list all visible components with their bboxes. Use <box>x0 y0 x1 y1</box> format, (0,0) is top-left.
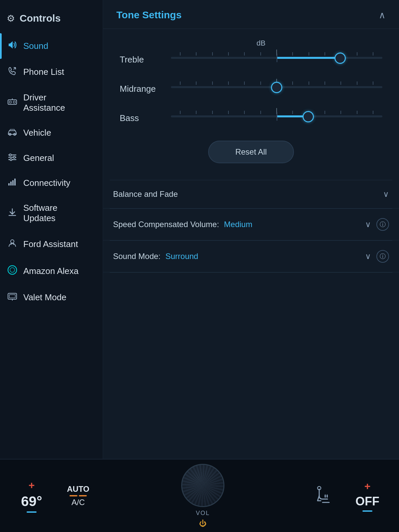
temp-plus-button[interactable]: + <box>29 479 35 491</box>
treble-track[interactable] <box>171 57 382 60</box>
sidebar-item-label-software: SoftwareUpdates <box>23 203 58 223</box>
treble-track-fill <box>277 57 340 59</box>
speed-compensated-row[interactable]: Speed Compensated Volume: Medium ∨ ⓘ <box>103 209 399 240</box>
content-area: Tone Settings ∧ dB Treble <box>103 0 399 459</box>
ford-assistant-icon <box>7 238 18 250</box>
reset-all-button[interactable]: Reset All <box>208 141 294 163</box>
sidebar-item-vehicle[interactable]: Vehicle <box>0 120 103 145</box>
treble-slider-container[interactable] <box>171 50 382 69</box>
sidebar-item-connectivity[interactable]: Connectivity <box>0 171 103 196</box>
db-label: dB <box>257 39 266 48</box>
content-title: Tone Settings <box>116 9 182 21</box>
svg-point-14 <box>10 159 12 161</box>
svg-rect-18 <box>14 179 16 186</box>
off-label: OFF <box>355 494 379 508</box>
svg-rect-17 <box>12 180 14 186</box>
power-icon: ⏻ <box>199 519 206 528</box>
vol-knob[interactable] <box>181 464 224 507</box>
sound-mode-row[interactable]: Sound Mode: Surround ∨ ⓘ <box>103 241 399 272</box>
sidebar-item-phone-list[interactable]: Phone List <box>0 59 103 85</box>
sidebar-item-label-alexa: Amazon Alexa <box>23 266 78 276</box>
collapse-icon[interactable]: ∧ <box>379 10 386 21</box>
db-label-row: dB <box>120 39 382 48</box>
speed-compensated-chevron-icon: ∨ <box>365 220 371 229</box>
sidebar-item-sound[interactable]: Sound <box>0 33 103 59</box>
svg-point-20 <box>11 240 14 243</box>
speed-compensated-text: Speed Compensated Volume: <box>113 220 219 229</box>
sound-mode-chevron-icon: ∨ <box>365 252 371 261</box>
svg-point-22 <box>10 268 15 272</box>
climate-center: AUTO A/C <box>53 484 103 507</box>
speed-compensated-label: Speed Compensated Volume: Medium <box>113 220 360 229</box>
speed-compensated-info-button[interactable]: ⓘ <box>376 218 389 231</box>
svg-point-13 <box>13 156 15 158</box>
reset-row: Reset All <box>120 137 382 170</box>
bass-thumb[interactable] <box>303 111 314 122</box>
temp-minus-button[interactable] <box>27 511 37 513</box>
svg-point-21 <box>8 266 17 274</box>
sidebar-item-valet-mode[interactable]: Valet Mode <box>0 285 103 310</box>
general-icon <box>7 153 18 163</box>
off-area: + OFF <box>346 480 389 512</box>
speed-compensated-value: Medium <box>224 220 252 229</box>
treble-row: Treble <box>120 50 382 69</box>
sound-icon <box>7 41 18 52</box>
driver-assistance-icon <box>7 97 18 109</box>
temp-left: + 69° <box>10 479 53 513</box>
svg-point-12 <box>9 154 11 156</box>
midrange-slider-container[interactable] <box>171 79 382 99</box>
sidebar-item-general[interactable]: General <box>0 146 103 171</box>
sidebar-item-software-updates[interactable]: SoftwareUpdates <box>0 196 103 231</box>
valet-mode-icon <box>7 292 18 303</box>
sidebar-item-label-sound: Sound <box>23 41 48 51</box>
bass-track[interactable] <box>171 115 382 118</box>
sidebar-header-label: Controls <box>20 13 61 24</box>
vol-knob-texture <box>182 465 223 506</box>
controls-icon: ⚙ <box>7 13 15 24</box>
sidebar-item-label-valet: Valet Mode <box>23 292 66 303</box>
off-minus-button[interactable] <box>362 510 372 512</box>
treble-label: Treble <box>120 55 163 65</box>
sound-mode-label: Sound Mode: Surround <box>113 252 360 261</box>
midrange-thumb[interactable] <box>271 82 282 93</box>
midrange-label: Midrange <box>120 84 163 94</box>
bass-row: Bass <box>120 108 382 128</box>
midrange-row: Midrange <box>120 79 382 99</box>
sidebar-item-amazon-alexa[interactable]: Amazon Alexa <box>0 258 103 285</box>
vehicle-icon <box>7 128 18 138</box>
software-updates-icon <box>7 207 18 219</box>
bass-label: Bass <box>120 113 163 123</box>
sidebar: ⚙ Controls Sound <box>0 0 103 459</box>
bass-slider-container[interactable] <box>171 108 382 128</box>
vol-knob-area: VOL ⏻ <box>103 464 303 528</box>
balance-fade-label: Balance and Fade <box>113 190 378 199</box>
svg-rect-16 <box>10 182 12 186</box>
sidebar-item-label-driver: DriverAssistance <box>23 92 65 113</box>
balance-fade-row[interactable]: Balance and Fade ∨ <box>103 180 399 208</box>
balance-fade-chevron-icon: ∨ <box>383 190 389 199</box>
midrange-track[interactable] <box>171 86 382 89</box>
temp-display: 69° <box>21 493 42 509</box>
dash-1 <box>69 495 77 496</box>
sound-mode-info-button[interactable]: ⓘ <box>376 250 389 263</box>
divider-4 <box>110 272 392 273</box>
sidebar-item-label-vehicle: Vehicle <box>23 128 51 138</box>
bottom-bar: + 69° AUTO A/C VOL ⏻ + OFF <box>0 459 399 532</box>
auto-label: AUTO <box>67 484 89 494</box>
sidebar-item-label-general: General <box>23 153 54 163</box>
seat-heater-icon[interactable] <box>313 484 336 507</box>
phone-icon <box>7 66 18 78</box>
treble-thumb[interactable] <box>334 53 346 64</box>
off-plus-button[interactable]: + <box>364 480 371 492</box>
treble-center-line <box>277 54 277 62</box>
svg-rect-24 <box>9 295 15 298</box>
amazon-alexa-icon <box>7 265 18 277</box>
connectivity-icon <box>7 178 18 188</box>
sidebar-item-driver-assistance[interactable]: DriverAssistance <box>0 85 103 120</box>
sidebar-item-ford-assistant[interactable]: Ford Assistant <box>0 231 103 258</box>
dash-2 <box>79 495 87 496</box>
sidebar-item-label-ford: Ford Assistant <box>23 239 78 249</box>
sound-mode-text: Sound Mode: <box>113 252 161 261</box>
sidebar-item-label-connectivity: Connectivity <box>23 178 70 188</box>
ac-label: A/C <box>71 498 85 507</box>
